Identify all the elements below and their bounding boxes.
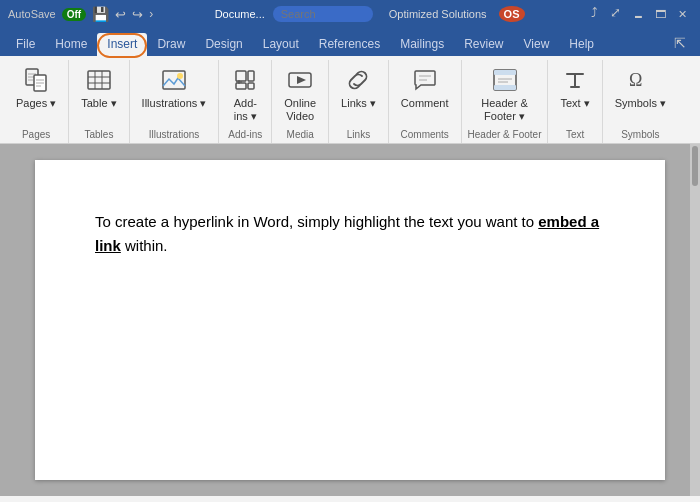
tab-help[interactable]: Help <box>559 33 604 56</box>
share-icon[interactable]: ⤴ <box>586 5 603 23</box>
headerfooter-label: Header &Footer ▾ <box>481 97 527 123</box>
addins-group-label: Add-ins <box>225 127 265 143</box>
links-button[interactable]: Links ▾ <box>335 62 382 114</box>
app-avatar: OS <box>499 6 525 22</box>
svg-rect-25 <box>494 85 516 90</box>
symbols-group-items: Ω Symbols ▾ <box>609 62 672 127</box>
media-group-items: OnlineVideo <box>278 62 322 127</box>
tab-review[interactable]: Review <box>454 33 513 56</box>
illustrations-group-label: Illustrations <box>136 127 213 143</box>
svg-marker-20 <box>297 76 306 84</box>
tab-mailings[interactable]: Mailings <box>390 33 454 56</box>
ribbon-tabs: File Home Insert Draw Design Layout Refe… <box>0 28 700 56</box>
links-label: Links ▾ <box>341 97 376 110</box>
title-search-input[interactable] <box>273 6 373 22</box>
app-name-label: Optimized Solutions <box>389 8 487 20</box>
title-bar-center: Docume... Optimized Solutions OS <box>153 6 586 22</box>
symbols-label: Symbols ▾ <box>615 97 666 110</box>
headerfooter-group-items: Header &Footer ▾ <box>475 62 533 127</box>
svg-rect-8 <box>88 71 110 89</box>
addins-group-items: Add-ins ▾ <box>225 62 265 127</box>
text-label: Text ▾ <box>560 97 589 110</box>
media-group-label: Media <box>278 127 322 143</box>
document-name: Docume... <box>215 8 265 20</box>
ribbon-group-symbols: Ω Symbols ▾ Symbols <box>603 60 678 143</box>
ribbon-expand-icon[interactable]: ⇱ <box>666 31 694 56</box>
title-bar-left: AutoSave Off 💾 ↩ ↪ › <box>8 6 153 22</box>
illustrations-button[interactable]: Illustrations ▾ <box>136 62 213 114</box>
ribbon-group-tables: Table ▾ Tables <box>69 60 129 143</box>
symbols-group-label: Symbols <box>609 127 672 143</box>
tables-group-items: Table ▾ <box>75 62 122 127</box>
comments-group-items: Comment <box>395 62 455 127</box>
ribbon-right-actions: ⇱ <box>666 31 694 56</box>
expand-icon[interactable]: ⤢ <box>605 5 626 23</box>
ribbon-group-pages: Pages ▾ Pages <box>4 60 69 143</box>
ribbon-group-links: Links ▾ Links <box>329 60 389 143</box>
comment-label: Comment <box>401 97 449 110</box>
pages-label: Pages ▾ <box>16 97 56 110</box>
scrollbar[interactable] <box>690 144 700 496</box>
online-video-label: OnlineVideo <box>284 97 316 123</box>
tab-insert[interactable]: Insert <box>97 33 147 56</box>
comment-button[interactable]: Comment <box>395 62 455 114</box>
svg-rect-17 <box>248 71 254 81</box>
table-label: Table ▾ <box>81 97 116 110</box>
text-group-items: Text ▾ <box>554 62 595 127</box>
headerfooter-button[interactable]: Header &Footer ▾ <box>475 62 533 127</box>
autosave-label: AutoSave <box>8 8 56 20</box>
svg-rect-15 <box>236 71 246 81</box>
comments-group-label: Comments <box>395 127 455 143</box>
svg-rect-16 <box>236 83 246 89</box>
svg-text:Ω: Ω <box>629 70 642 90</box>
tab-draw[interactable]: Draw <box>147 33 195 56</box>
text-group-label: Text <box>554 127 595 143</box>
tab-design[interactable]: Design <box>195 33 252 56</box>
ribbon-content: Pages ▾ Pages Table ▾ Tables <box>0 56 700 144</box>
svg-point-14 <box>177 73 183 79</box>
close-button[interactable]: ✕ <box>672 5 692 23</box>
tables-group-label: Tables <box>75 127 122 143</box>
page-text: To create a hyperlink in Word, simply hi… <box>95 210 605 258</box>
links-group-label: Links <box>335 127 382 143</box>
table-button[interactable]: Table ▾ <box>75 62 122 114</box>
addins-button[interactable]: Add-ins ▾ <box>225 62 265 127</box>
illustrations-label: Illustrations ▾ <box>142 97 207 110</box>
minimize-button[interactable]: 🗕 <box>628 5 648 23</box>
autosave-toggle[interactable]: Off <box>62 8 86 21</box>
svg-rect-18 <box>248 83 254 89</box>
tab-view[interactable]: View <box>514 33 560 56</box>
ribbon-group-addins: Add-ins ▾ Add-ins <box>219 60 272 143</box>
svg-rect-24 <box>494 70 516 75</box>
document-page: To create a hyperlink in Word, simply hi… <box>35 160 665 480</box>
ribbon-group-text: Text ▾ Text <box>548 60 602 143</box>
addins-label: Add-ins ▾ <box>234 97 257 123</box>
pages-button[interactable]: Pages ▾ <box>10 62 62 114</box>
pages-group-label: Pages <box>10 127 62 143</box>
tab-file[interactable]: File <box>6 33 45 56</box>
scroll-thumb[interactable] <box>692 146 698 186</box>
undo-icon[interactable]: ↩ <box>115 7 126 22</box>
title-bar: AutoSave Off 💾 ↩ ↪ › Docume... Optimized… <box>0 0 700 28</box>
insert-ring <box>97 33 147 58</box>
text-after: within. <box>121 237 168 254</box>
headerfooter-group-label: Header & Footer <box>468 127 542 143</box>
symbols-button[interactable]: Ω Symbols ▾ <box>609 62 672 114</box>
document-area: To create a hyperlink in Word, simply hi… <box>0 144 700 496</box>
ribbon-group-comments: Comment Comments <box>389 60 462 143</box>
tab-layout[interactable]: Layout <box>253 33 309 56</box>
text-button[interactable]: Text ▾ <box>554 62 595 114</box>
ribbon-group-illustrations: Illustrations ▾ Illustrations <box>130 60 220 143</box>
ribbon-group-media: OnlineVideo Media <box>272 60 329 143</box>
window-controls: ⤴ ⤢ 🗕 🗖 ✕ <box>586 5 692 23</box>
online-video-button[interactable]: OnlineVideo <box>278 62 322 127</box>
restore-button[interactable]: 🗖 <box>650 5 670 23</box>
redo-icon[interactable]: ↪ <box>132 7 143 22</box>
pages-group-items: Pages ▾ <box>10 62 62 127</box>
tab-home[interactable]: Home <box>45 33 97 56</box>
save-icon[interactable]: 💾 <box>92 6 109 22</box>
links-group-items: Links ▾ <box>335 62 382 127</box>
illustrations-group-items: Illustrations ▾ <box>136 62 213 127</box>
tab-references[interactable]: References <box>309 33 390 56</box>
ribbon-group-headerfooter: Header &Footer ▾ Header & Footer <box>462 60 549 143</box>
